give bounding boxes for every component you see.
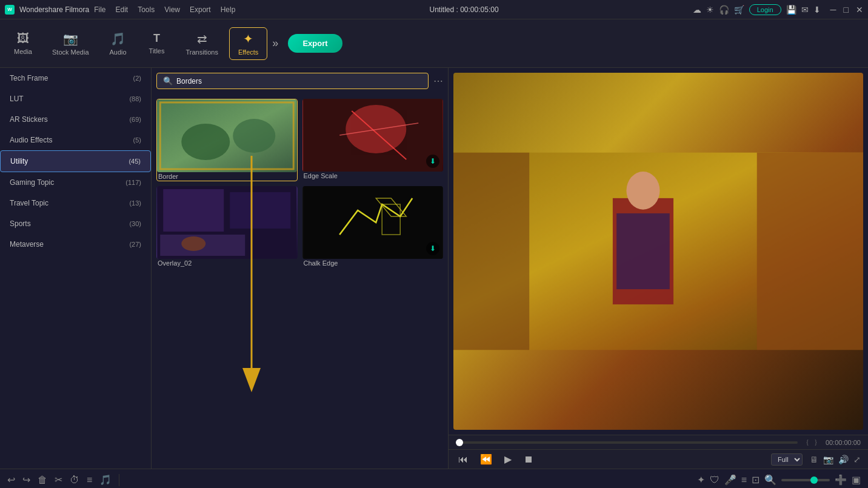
effects-icon: ✦ xyxy=(243,32,253,46)
prev-frame-button[interactable]: ⏮ xyxy=(456,453,470,466)
main-toolbar: 🖼 Media 📷 Stock Media 🎵 Audio T Titles ⇄… xyxy=(0,19,868,68)
volume-icon[interactable]: 🔊 xyxy=(838,455,849,464)
effect-border[interactable]: Border xyxy=(156,99,298,181)
category-utility[interactable]: Utility (45) xyxy=(0,150,151,172)
category-ar-stickers[interactable]: AR Stickers (69) xyxy=(0,109,151,130)
preview-panel: ｛ ｝ 00:00:00:00 ⏮ ⏪ ▶ ⏹ Full 1/2 1/4 🖥 📷… xyxy=(449,68,868,469)
stop-button[interactable]: ⏹ xyxy=(521,453,536,466)
window-controls: ─ □ ✕ xyxy=(830,5,863,15)
captions-icon[interactable]: ≡ xyxy=(741,475,747,486)
app-logo: W xyxy=(5,5,15,15)
effect-edge-scale[interactable]: ⬇ Edge Scale xyxy=(302,99,444,181)
timeline-area: ↩ ↪ 🗑 ✂ ⏱ ≡ 🎵 ✦ 🛡 🎤 ≡ ⊡ 🔍 ➕ ▣ 00:00:01:0… xyxy=(0,469,868,488)
play-button[interactable]: ▶ xyxy=(502,452,514,466)
settings-icon[interactable]: ≡ xyxy=(87,475,92,486)
menu-view[interactable]: View xyxy=(164,5,180,14)
zoom-in-icon[interactable]: ➕ xyxy=(835,474,847,486)
svg-point-24 xyxy=(626,172,659,210)
grid-view-icon[interactable]: ⋯ xyxy=(433,75,443,87)
toolbar-transitions[interactable]: ⇄ Transitions xyxy=(178,28,227,59)
menu-export[interactable]: Export xyxy=(190,5,211,14)
audio-detach-icon[interactable]: 🎵 xyxy=(99,474,112,486)
toolbar-media[interactable]: 🖼 Media xyxy=(5,28,41,59)
login-button[interactable]: Login xyxy=(749,4,781,15)
mail-icon[interactable]: ✉ xyxy=(801,5,809,15)
undo-icon[interactable]: ↩ xyxy=(7,474,15,486)
category-audio-effects[interactable]: Audio Effects (5) xyxy=(0,130,151,150)
menu-help[interactable]: Help xyxy=(221,5,236,14)
effect-chalk-edge[interactable]: ⬇ Chalk Edge xyxy=(302,186,444,267)
effects-toggle-icon[interactable]: ✦ xyxy=(697,474,705,486)
rewind-button[interactable]: ⏪ xyxy=(478,452,495,466)
svg-point-6 xyxy=(346,105,406,153)
mic-icon[interactable]: 🎤 xyxy=(724,474,736,486)
stock-media-label: Stock Media xyxy=(52,48,89,56)
effects-search-bar: 🔍 ⋯ xyxy=(152,68,448,94)
transitions-icon: ⇄ xyxy=(197,32,207,46)
pip-icon[interactable]: ⤢ xyxy=(853,455,861,464)
quality-select[interactable]: Full 1/2 1/4 xyxy=(771,453,803,466)
search-icon: 🔍 xyxy=(163,76,173,85)
save-icon[interactable]: 💾 xyxy=(786,5,796,15)
headset-icon[interactable]: 🎧 xyxy=(719,5,729,15)
duration-icon[interactable]: ⏱ xyxy=(70,475,79,486)
titles-icon: T xyxy=(153,32,160,45)
cut-icon[interactable]: ✂ xyxy=(55,474,62,486)
pip-timeline-icon[interactable]: ⊡ xyxy=(752,474,760,486)
media-icon: 🖼 xyxy=(17,32,29,45)
app-name: Wondershare Filmora xyxy=(19,5,89,14)
timeline-right-controls: ✦ 🛡 🎤 ≡ ⊡ 🔍 ➕ ▣ xyxy=(697,474,861,486)
svg-rect-22 xyxy=(453,153,529,350)
category-sports[interactable]: Sports (30) xyxy=(0,213,151,234)
scrubber-thumb xyxy=(456,439,463,446)
timeline-end-handle[interactable]: ▣ xyxy=(852,474,861,486)
toolbar-audio[interactable]: 🎵 Audio xyxy=(100,28,136,59)
delete-icon[interactable]: 🗑 xyxy=(38,475,47,486)
maximize-button[interactable]: □ xyxy=(844,5,849,15)
shop-icon[interactable]: 🛒 xyxy=(734,5,744,15)
svg-point-13 xyxy=(181,236,205,251)
audio-icon: 🎵 xyxy=(110,32,125,46)
close-button[interactable]: ✕ xyxy=(856,5,863,15)
minimize-button[interactable]: ─ xyxy=(830,5,836,15)
category-travel-topic[interactable]: Travel Topic (13) xyxy=(0,193,151,213)
search-input-container[interactable]: 🔍 xyxy=(156,73,429,89)
effect-overlay-02[interactable]: Overlay_02 xyxy=(156,186,298,267)
preview-scrubber[interactable] xyxy=(456,441,798,444)
preview-time: 00:00:00:00 xyxy=(826,439,861,446)
preview-action-icons: 🖥 📷 🔊 ⤢ xyxy=(810,455,861,464)
toolbar-titles[interactable]: T Titles xyxy=(139,28,175,58)
drag-arrow xyxy=(233,156,270,400)
video-preview xyxy=(453,73,863,430)
download-icon-edge: ⬇ xyxy=(426,155,439,168)
toolbar-separator xyxy=(119,474,119,486)
redo-icon[interactable]: ↪ xyxy=(22,474,30,486)
svg-rect-21 xyxy=(757,153,863,350)
category-gaming-topic[interactable]: Gaming Topic (117) xyxy=(0,172,151,193)
category-lut[interactable]: LUT (88) xyxy=(0,89,151,109)
menu-file[interactable]: File xyxy=(94,5,105,14)
toolbar-more-icon[interactable]: » xyxy=(272,37,278,50)
preview-controls: ｛ ｝ 00:00:00:00 xyxy=(449,435,868,449)
media-label: Media xyxy=(14,48,32,55)
toolbar-stock-media[interactable]: 📷 Stock Media xyxy=(44,28,98,59)
search-input[interactable] xyxy=(176,77,422,85)
export-button[interactable]: Export xyxy=(288,34,342,53)
theme-icon[interactable]: ☀ xyxy=(706,5,714,15)
fullscreen-icon[interactable]: 🖥 xyxy=(810,455,818,464)
timeline-toolbar: ↩ ↪ 🗑 ✂ ⏱ ≡ 🎵 ✦ 🛡 🎤 ≡ ⊡ 🔍 ➕ ▣ xyxy=(0,469,868,488)
download-icon[interactable]: ⬇ xyxy=(813,5,821,15)
menu-tools[interactable]: Tools xyxy=(138,5,155,14)
zoom-slider[interactable] xyxy=(781,479,830,481)
cloud-icon[interactable]: ☁ xyxy=(693,5,701,15)
playback-controls: ⏮ ⏪ ▶ ⏹ Full 1/2 1/4 🖥 📷 🔊 ⤢ xyxy=(449,449,868,469)
zoom-out-icon[interactable]: 🔍 xyxy=(764,474,776,486)
mask-icon[interactable]: 🛡 xyxy=(710,475,719,486)
category-metaverse[interactable]: Metaverse (27) xyxy=(0,234,151,255)
category-tech-frame[interactable]: Tech Frame (2) xyxy=(0,68,151,89)
menu-edit[interactable]: Edit xyxy=(116,5,129,14)
effects-panel: 🔍 ⋯ xyxy=(152,68,449,469)
toolbar-effects[interactable]: ✦ Effects xyxy=(229,27,267,60)
screenshot-icon[interactable]: 📷 xyxy=(823,455,833,464)
download-icon-chalk: ⬇ xyxy=(426,242,439,255)
